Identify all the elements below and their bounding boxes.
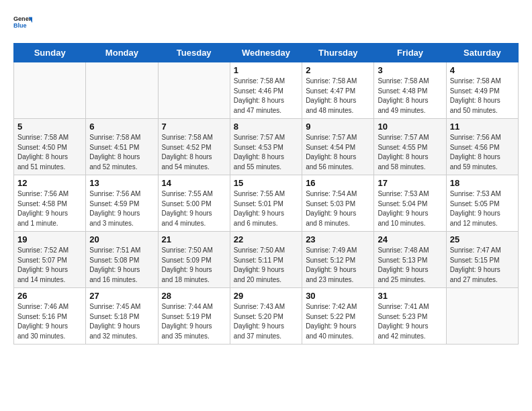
- table-row: 11Sunrise: 7:56 AMSunset: 4:56 PMDayligh…: [446, 119, 518, 175]
- table-row: 9Sunrise: 7:57 AMSunset: 4:54 PMDaylight…: [302, 119, 374, 175]
- table-row: [446, 288, 518, 345]
- table-row: 22Sunrise: 7:50 AMSunset: 5:11 PMDayligh…: [230, 232, 302, 288]
- cell-info: Sunrise: 7:50 AMSunset: 5:11 PMDaylight:…: [234, 246, 298, 285]
- cell-info: Sunrise: 7:52 AMSunset: 5:07 PMDaylight:…: [17, 246, 82, 285]
- day-number: 11: [450, 122, 515, 132]
- header-wednesday: Wednesday: [230, 44, 302, 62]
- table-row: 30Sunrise: 7:42 AMSunset: 5:22 PMDayligh…: [302, 288, 374, 345]
- table-row: 5Sunrise: 7:58 AMSunset: 4:50 PMDaylight…: [14, 119, 86, 175]
- cell-info: Sunrise: 7:41 AMSunset: 5:23 PMDaylight:…: [378, 302, 442, 341]
- day-number: 24: [378, 234, 442, 244]
- day-number: 21: [162, 234, 226, 244]
- cell-info: Sunrise: 7:45 AMSunset: 5:18 PMDaylight:…: [89, 302, 154, 341]
- calendar-week-row: 26Sunrise: 7:46 AMSunset: 5:16 PMDayligh…: [14, 288, 519, 345]
- cell-info: Sunrise: 7:51 AMSunset: 5:08 PMDaylight:…: [89, 246, 154, 285]
- table-row: 12Sunrise: 7:56 AMSunset: 4:58 PMDayligh…: [14, 175, 86, 232]
- day-number: 30: [306, 291, 370, 301]
- calendar-table: Sunday Monday Tuesday Wednesday Thursday…: [13, 43, 519, 345]
- svg-text:General: General: [13, 15, 32, 22]
- header-tuesday: Tuesday: [158, 44, 230, 62]
- calendar-week-row: 19Sunrise: 7:52 AMSunset: 5:07 PMDayligh…: [14, 232, 519, 288]
- day-number: 20: [89, 234, 154, 244]
- table-row: 19Sunrise: 7:52 AMSunset: 5:07 PMDayligh…: [14, 232, 86, 288]
- svg-text:Blue: Blue: [13, 22, 27, 29]
- cell-info: Sunrise: 7:58 AMSunset: 4:51 PMDaylight:…: [89, 133, 154, 172]
- day-number: 19: [17, 234, 82, 244]
- day-number: 16: [306, 178, 370, 188]
- cell-info: Sunrise: 7:58 AMSunset: 4:46 PMDaylight:…: [234, 77, 298, 116]
- table-row: 27Sunrise: 7:45 AMSunset: 5:18 PMDayligh…: [86, 288, 158, 345]
- table-row: 2Sunrise: 7:58 AMSunset: 4:47 PMDaylight…: [302, 62, 374, 119]
- table-row: 16Sunrise: 7:54 AMSunset: 5:03 PMDayligh…: [302, 175, 374, 232]
- day-number: 18: [450, 178, 515, 188]
- cell-info: Sunrise: 7:50 AMSunset: 5:09 PMDaylight:…: [162, 246, 226, 285]
- header-saturday: Saturday: [446, 44, 518, 62]
- day-number: 12: [17, 178, 82, 188]
- calendar-week-row: 12Sunrise: 7:56 AMSunset: 4:58 PMDayligh…: [14, 175, 519, 232]
- cell-info: Sunrise: 7:58 AMSunset: 4:52 PMDaylight:…: [162, 133, 226, 172]
- table-row: 14Sunrise: 7:55 AMSunset: 5:00 PMDayligh…: [158, 175, 230, 232]
- cell-info: Sunrise: 7:57 AMSunset: 4:54 PMDaylight:…: [306, 133, 370, 172]
- table-row: 31Sunrise: 7:41 AMSunset: 5:23 PMDayligh…: [374, 288, 446, 345]
- table-row: 29Sunrise: 7:43 AMSunset: 5:20 PMDayligh…: [230, 288, 302, 345]
- day-number: 26: [17, 291, 82, 301]
- logo: General Blue: [13, 13, 32, 32]
- day-number: 1: [234, 65, 298, 75]
- day-number: 17: [378, 178, 442, 188]
- page-header: General Blue: [13, 13, 519, 32]
- table-row: [86, 62, 158, 119]
- header-friday: Friday: [374, 44, 446, 62]
- day-number: 31: [378, 291, 442, 301]
- cell-info: Sunrise: 7:56 AMSunset: 4:56 PMDaylight:…: [450, 133, 515, 172]
- day-number: 5: [17, 122, 82, 132]
- day-number: 9: [306, 122, 370, 132]
- day-number: 3: [378, 65, 442, 75]
- day-number: 6: [89, 122, 154, 132]
- cell-info: Sunrise: 7:49 AMSunset: 5:12 PMDaylight:…: [306, 246, 370, 285]
- cell-info: Sunrise: 7:44 AMSunset: 5:19 PMDaylight:…: [162, 302, 226, 341]
- cell-info: Sunrise: 7:46 AMSunset: 5:16 PMDaylight:…: [17, 302, 82, 341]
- table-row: 25Sunrise: 7:47 AMSunset: 5:15 PMDayligh…: [446, 232, 518, 288]
- table-row: 17Sunrise: 7:53 AMSunset: 5:04 PMDayligh…: [374, 175, 446, 232]
- table-row: 6Sunrise: 7:58 AMSunset: 4:51 PMDaylight…: [86, 119, 158, 175]
- table-row: 13Sunrise: 7:56 AMSunset: 4:59 PMDayligh…: [86, 175, 158, 232]
- day-number: 22: [234, 234, 298, 244]
- day-number: 13: [89, 178, 154, 188]
- table-row: 24Sunrise: 7:48 AMSunset: 5:13 PMDayligh…: [374, 232, 446, 288]
- day-number: 27: [89, 291, 154, 301]
- day-number: 25: [450, 234, 515, 244]
- table-row: [14, 62, 86, 119]
- cell-info: Sunrise: 7:55 AMSunset: 5:00 PMDaylight:…: [162, 189, 226, 228]
- table-row: 4Sunrise: 7:58 AMSunset: 4:49 PMDaylight…: [446, 62, 518, 119]
- cell-info: Sunrise: 7:53 AMSunset: 5:04 PMDaylight:…: [378, 189, 442, 228]
- table-row: 3Sunrise: 7:58 AMSunset: 4:48 PMDaylight…: [374, 62, 446, 119]
- days-header-row: Sunday Monday Tuesday Wednesday Thursday…: [14, 44, 519, 62]
- header-thursday: Thursday: [302, 44, 374, 62]
- cell-info: Sunrise: 7:58 AMSunset: 4:49 PMDaylight:…: [450, 77, 515, 116]
- cell-info: Sunrise: 7:54 AMSunset: 5:03 PMDaylight:…: [306, 189, 370, 228]
- day-number: 28: [162, 291, 226, 301]
- calendar-week-row: 5Sunrise: 7:58 AMSunset: 4:50 PMDaylight…: [14, 119, 519, 175]
- cell-info: Sunrise: 7:53 AMSunset: 5:05 PMDaylight:…: [450, 189, 515, 228]
- day-number: 10: [378, 122, 442, 132]
- cell-info: Sunrise: 7:56 AMSunset: 4:58 PMDaylight:…: [17, 189, 82, 228]
- table-row: 10Sunrise: 7:57 AMSunset: 4:55 PMDayligh…: [374, 119, 446, 175]
- cell-info: Sunrise: 7:43 AMSunset: 5:20 PMDaylight:…: [234, 302, 298, 341]
- cell-info: Sunrise: 7:58 AMSunset: 4:47 PMDaylight:…: [306, 77, 370, 116]
- day-number: 23: [306, 234, 370, 244]
- day-number: 2: [306, 65, 370, 75]
- cell-info: Sunrise: 7:42 AMSunset: 5:22 PMDaylight:…: [306, 302, 370, 341]
- cell-info: Sunrise: 7:55 AMSunset: 5:01 PMDaylight:…: [234, 189, 298, 228]
- cell-info: Sunrise: 7:58 AMSunset: 4:48 PMDaylight:…: [378, 77, 442, 116]
- logo-icon: General Blue: [13, 13, 32, 32]
- table-row: 21Sunrise: 7:50 AMSunset: 5:09 PMDayligh…: [158, 232, 230, 288]
- day-number: 7: [162, 122, 226, 132]
- day-number: 15: [234, 178, 298, 188]
- table-row: 23Sunrise: 7:49 AMSunset: 5:12 PMDayligh…: [302, 232, 374, 288]
- header-monday: Monday: [86, 44, 158, 62]
- day-number: 29: [234, 291, 298, 301]
- cell-info: Sunrise: 7:47 AMSunset: 5:15 PMDaylight:…: [450, 246, 515, 285]
- table-row: 15Sunrise: 7:55 AMSunset: 5:01 PMDayligh…: [230, 175, 302, 232]
- cell-info: Sunrise: 7:57 AMSunset: 4:55 PMDaylight:…: [378, 133, 442, 172]
- table-row: 8Sunrise: 7:57 AMSunset: 4:53 PMDaylight…: [230, 119, 302, 175]
